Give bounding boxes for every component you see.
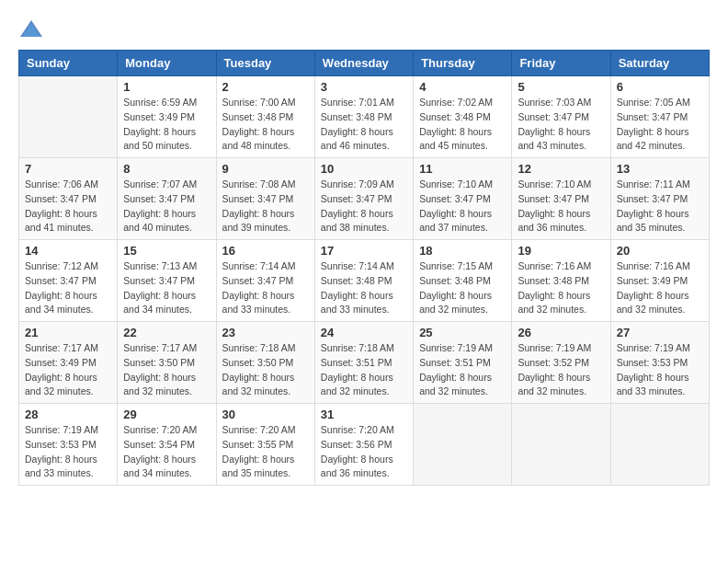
- calendar-cell: 20 Sunrise: 7:16 AM Sunset: 3:49 PM Dayl…: [610, 240, 709, 322]
- sunset-text: Sunset: 3:50 PM: [222, 356, 309, 371]
- sunrise-text: Sunrise: 7:20 AM: [321, 423, 407, 438]
- day-info: Sunrise: 7:07 AM Sunset: 3:47 PM Dayligh…: [123, 178, 210, 236]
- calendar-cell: 22 Sunrise: 7:17 AM Sunset: 3:50 PM Dayl…: [118, 322, 216, 404]
- day-number: 17: [321, 244, 407, 258]
- sunrise-text: Sunrise: 7:17 AM: [123, 341, 210, 356]
- sunset-text: Sunset: 3:47 PM: [222, 274, 309, 289]
- sunset-text: Sunset: 3:53 PM: [25, 438, 111, 453]
- sunset-text: Sunset: 3:48 PM: [419, 110, 506, 125]
- sunrise-text: Sunrise: 7:14 AM: [222, 259, 309, 274]
- sunrise-text: Sunrise: 7:19 AM: [419, 341, 506, 356]
- calendar-cell: 23 Sunrise: 7:18 AM Sunset: 3:50 PM Dayl…: [216, 322, 314, 404]
- day-number: 5: [518, 80, 604, 94]
- day-info: Sunrise: 7:03 AM Sunset: 3:47 PM Dayligh…: [518, 96, 604, 154]
- sunset-text: Sunset: 3:47 PM: [617, 192, 703, 207]
- sunrise-text: Sunrise: 7:02 AM: [419, 96, 506, 110]
- calendar-cell: 11 Sunrise: 7:10 AM Sunset: 3:47 PM Dayl…: [414, 158, 512, 240]
- sunrise-text: Sunrise: 7:11 AM: [617, 178, 703, 192]
- calendar-cell: [512, 404, 610, 486]
- calendar-header-row: SundayMondayTuesdayWednesdayThursdayFrid…: [19, 51, 710, 76]
- day-number: 23: [222, 326, 309, 339]
- sunrise-text: Sunrise: 6:59 AM: [123, 96, 210, 110]
- day-number: 21: [25, 326, 111, 339]
- sunset-text: Sunset: 3:47 PM: [518, 192, 604, 207]
- sunset-text: Sunset: 3:47 PM: [123, 274, 210, 289]
- day-info: Sunrise: 7:12 AM Sunset: 3:47 PM Dayligh…: [25, 259, 111, 317]
- day-number: 18: [419, 244, 506, 258]
- sunset-text: Sunset: 3:49 PM: [123, 110, 210, 125]
- daylight-text: Daylight: 8 hours and 46 minutes.: [321, 125, 407, 155]
- sunrise-text: Sunrise: 7:18 AM: [222, 341, 309, 356]
- sunset-text: Sunset: 3:51 PM: [321, 356, 407, 371]
- calendar-cell: 27 Sunrise: 7:19 AM Sunset: 3:53 PM Dayl…: [610, 322, 709, 404]
- sunset-text: Sunset: 3:56 PM: [321, 438, 407, 453]
- calendar-cell: 12 Sunrise: 7:10 AM Sunset: 3:47 PM Dayl…: [512, 158, 610, 240]
- sunrise-text: Sunrise: 7:12 AM: [25, 259, 111, 274]
- daylight-text: Daylight: 8 hours and 38 minutes.: [321, 207, 407, 236]
- sunrise-text: Sunrise: 7:01 AM: [321, 96, 407, 110]
- sunrise-text: Sunrise: 7:16 AM: [518, 259, 604, 274]
- day-info: Sunrise: 7:02 AM Sunset: 3:48 PM Dayligh…: [419, 96, 506, 154]
- daylight-text: Daylight: 8 hours and 34 minutes.: [123, 289, 210, 318]
- day-info: Sunrise: 7:17 AM Sunset: 3:50 PM Dayligh…: [123, 341, 210, 399]
- calendar-cell: 18 Sunrise: 7:15 AM Sunset: 3:48 PM Dayl…: [414, 240, 512, 322]
- day-number: 19: [518, 244, 604, 258]
- day-number: 31: [321, 408, 407, 421]
- sunrise-text: Sunrise: 7:19 AM: [25, 423, 111, 438]
- day-info: Sunrise: 7:01 AM Sunset: 3:48 PM Dayligh…: [321, 96, 407, 154]
- calendar-cell: 14 Sunrise: 7:12 AM Sunset: 3:47 PM Dayl…: [19, 240, 118, 322]
- day-info: Sunrise: 7:00 AM Sunset: 3:48 PM Dayligh…: [222, 96, 309, 154]
- sunset-text: Sunset: 3:55 PM: [222, 438, 309, 453]
- day-number: 3: [321, 80, 407, 94]
- daylight-text: Daylight: 8 hours and 36 minutes.: [321, 453, 407, 482]
- daylight-text: Daylight: 8 hours and 50 minutes.: [123, 125, 210, 155]
- calendar-table: SundayMondayTuesdayWednesdayThursdayFrid…: [18, 50, 710, 486]
- day-info: Sunrise: 7:17 AM Sunset: 3:49 PM Dayligh…: [25, 341, 111, 399]
- day-number: 20: [617, 244, 703, 258]
- weekday-header-sunday: Sunday: [19, 51, 118, 76]
- sunrise-text: Sunrise: 7:17 AM: [25, 341, 111, 356]
- sunrise-text: Sunrise: 7:20 AM: [123, 423, 210, 438]
- daylight-text: Daylight: 8 hours and 41 minutes.: [25, 207, 111, 236]
- sunset-text: Sunset: 3:48 PM: [518, 274, 604, 289]
- day-number: 4: [419, 80, 506, 94]
- calendar-cell: 10 Sunrise: 7:09 AM Sunset: 3:47 PM Dayl…: [314, 158, 413, 240]
- sunset-text: Sunset: 3:48 PM: [419, 274, 506, 289]
- calendar-cell: 19 Sunrise: 7:16 AM Sunset: 3:48 PM Dayl…: [512, 240, 610, 322]
- daylight-text: Daylight: 8 hours and 48 minutes.: [222, 125, 309, 155]
- page-header: [18, 18, 710, 40]
- calendar-cell: 24 Sunrise: 7:18 AM Sunset: 3:51 PM Dayl…: [314, 322, 413, 404]
- calendar-cell: 8 Sunrise: 7:07 AM Sunset: 3:47 PM Dayli…: [118, 158, 216, 240]
- calendar-cell: 30 Sunrise: 7:20 AM Sunset: 3:55 PM Dayl…: [216, 404, 314, 486]
- day-number: 11: [419, 162, 506, 176]
- sunset-text: Sunset: 3:48 PM: [321, 110, 407, 125]
- sunrise-text: Sunrise: 7:05 AM: [617, 96, 703, 110]
- day-number: 16: [222, 244, 309, 258]
- daylight-text: Daylight: 8 hours and 35 minutes.: [617, 207, 703, 236]
- weekday-header-monday: Monday: [118, 51, 216, 76]
- daylight-text: Daylight: 8 hours and 43 minutes.: [518, 125, 604, 155]
- day-number: 7: [25, 162, 111, 176]
- sunrise-text: Sunrise: 7:20 AM: [222, 423, 309, 438]
- daylight-text: Daylight: 8 hours and 42 minutes.: [617, 125, 703, 155]
- calendar-cell: 17 Sunrise: 7:14 AM Sunset: 3:48 PM Dayl…: [314, 240, 413, 322]
- daylight-text: Daylight: 8 hours and 32 minutes.: [222, 371, 309, 400]
- day-info: Sunrise: 6:59 AM Sunset: 3:49 PM Dayligh…: [123, 96, 210, 154]
- day-number: 14: [25, 244, 111, 258]
- day-number: 1: [123, 80, 210, 94]
- day-number: 8: [123, 162, 210, 176]
- sunrise-text: Sunrise: 7:14 AM: [321, 259, 407, 274]
- day-number: 27: [617, 326, 703, 339]
- day-info: Sunrise: 7:19 AM Sunset: 3:51 PM Dayligh…: [419, 341, 506, 399]
- sunrise-text: Sunrise: 7:15 AM: [419, 259, 506, 274]
- day-number: 10: [321, 162, 407, 176]
- day-number: 12: [518, 162, 604, 176]
- weekday-header-tuesday: Tuesday: [216, 51, 314, 76]
- daylight-text: Daylight: 8 hours and 32 minutes.: [321, 371, 407, 400]
- sunrise-text: Sunrise: 7:19 AM: [617, 341, 703, 356]
- sunrise-text: Sunrise: 7:16 AM: [617, 259, 703, 274]
- daylight-text: Daylight: 8 hours and 32 minutes.: [25, 371, 111, 400]
- day-number: 24: [321, 326, 407, 339]
- day-info: Sunrise: 7:16 AM Sunset: 3:49 PM Dayligh…: [617, 259, 703, 317]
- calendar-cell: 5 Sunrise: 7:03 AM Sunset: 3:47 PM Dayli…: [512, 76, 610, 158]
